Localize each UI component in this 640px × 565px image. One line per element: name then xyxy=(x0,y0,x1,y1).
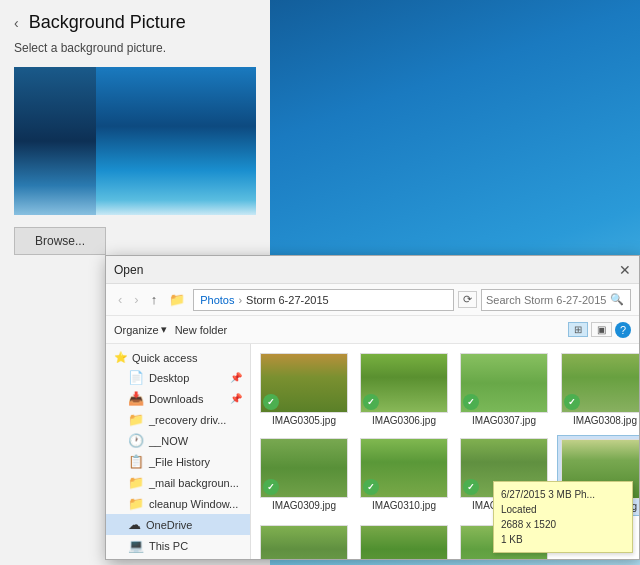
info-location: Located xyxy=(501,502,625,517)
sidebar-onedrive-label: OneDrive xyxy=(146,519,192,531)
thumb-container: ✓ xyxy=(460,353,548,413)
file-grid: ✓IMAG0305.jpg✓IMAG0306.jpg✓IMAG0307.jpg✓… xyxy=(251,344,639,559)
check-badge: ✓ xyxy=(263,394,279,410)
file-item[interactable]: ✓IMAG0307.jpg xyxy=(457,350,551,429)
thumbnail xyxy=(360,525,448,559)
sidebar-item-mail[interactable]: 📁 _mail backgroun... xyxy=(106,472,250,493)
file-name: IMAG0307.jpg xyxy=(472,415,536,426)
breadcrumb-current: Storm 6-27-2015 xyxy=(246,294,329,306)
file-name: IMAG0305.jpg xyxy=(272,415,336,426)
check-badge: ✓ xyxy=(564,394,580,410)
sidebar: ⭐ Quick access 📄 Desktop 📌 📥 Downloads 📌… xyxy=(106,344,251,559)
search-icon: 🔍 xyxy=(610,293,624,306)
pin-icon-downloads: 📌 xyxy=(230,393,242,404)
sidebar-file-history-label: _File History xyxy=(149,456,210,468)
mail-icon: 📁 xyxy=(128,475,144,490)
check-badge: ✓ xyxy=(363,479,379,495)
pin-icon: 📌 xyxy=(230,372,242,383)
search-bar[interactable]: 🔍 xyxy=(481,289,631,311)
panel-title: Background Picture xyxy=(29,12,186,33)
sidebar-item-now[interactable]: 🕐 __NOW xyxy=(106,430,250,451)
file-item[interactable]: ✓IMAG0314.jpg xyxy=(357,522,451,559)
secondary-toolbar: Organize ▾ New folder ⊞ ▣ ? xyxy=(106,316,639,344)
info-filesize: 1 KB xyxy=(501,532,625,547)
close-button[interactable]: ✕ xyxy=(619,263,631,277)
check-badge: ✓ xyxy=(463,479,479,495)
quick-access-header[interactable]: ⭐ Quick access xyxy=(106,348,250,367)
breadcrumb-bar[interactable]: Photos › Storm 6-27-2015 xyxy=(193,289,454,311)
view-buttons: ⊞ ▣ ? xyxy=(568,322,631,338)
help-button[interactable]: ? xyxy=(615,322,631,338)
back-button[interactable]: ‹ xyxy=(14,15,19,31)
file-name: IMAG0306.jpg xyxy=(372,415,436,426)
file-item[interactable]: ✓IMAG0308.jpg xyxy=(557,350,639,429)
open-dialog: Open ✕ ‹ › ↑ 📁 Photos › Storm 6-27-2015 … xyxy=(105,255,640,560)
thumb-container: ✓ xyxy=(260,353,348,413)
thispc-icon: 💻 xyxy=(128,538,144,553)
sidebar-item-file-history[interactable]: 📋 _File History xyxy=(106,451,250,472)
forward-nav-button[interactable]: › xyxy=(130,290,142,309)
sidebar-downloads-label: Downloads xyxy=(149,393,203,405)
sidebar-thispc-label: This PC xyxy=(149,540,188,552)
up-nav-button[interactable]: ↑ xyxy=(147,290,162,309)
file-name: IMAG0308.jpg xyxy=(573,415,637,426)
breadcrumb-root[interactable]: Photos xyxy=(200,294,234,306)
organize-label: Organize xyxy=(114,324,159,336)
thumb-container: ✓ xyxy=(260,438,348,498)
info-date: 6/27/2015 3 MB Ph... xyxy=(501,487,625,502)
sidebar-item-cleanup[interactable]: 📁 cleanup Window... xyxy=(106,493,250,514)
dialog-titlebar: Open ✕ xyxy=(106,256,639,284)
breadcrumb-separator: › xyxy=(238,294,242,306)
new-folder-button[interactable]: New folder xyxy=(175,324,228,336)
refresh-button[interactable]: ⟳ xyxy=(458,291,477,308)
downloads-icon: 📥 xyxy=(128,391,144,406)
check-badge: ✓ xyxy=(363,394,379,410)
browse-button[interactable]: Browse... xyxy=(14,227,106,255)
organize-button[interactable]: Organize ▾ xyxy=(114,323,167,336)
sidebar-now-label: __NOW xyxy=(149,435,188,447)
sidebar-item-recovery[interactable]: 📁 _recovery driv... xyxy=(106,409,250,430)
nav-toolbar: ‹ › ↑ 📁 Photos › Storm 6-27-2015 ⟳ 🔍 xyxy=(106,284,639,316)
onedrive-icon: ☁ xyxy=(128,517,141,532)
desktop-icon: 📄 xyxy=(128,370,144,385)
sidebar-item-desktop[interactable]: 📄 Desktop 📌 xyxy=(106,367,250,388)
recovery-icon: 📁 xyxy=(128,412,144,427)
file-info-box: 6/27/2015 3 MB Ph... Located 2688 x 1520… xyxy=(493,481,633,553)
thumbnail xyxy=(260,525,348,559)
file-item[interactable]: ✓IMAG0305.jpg xyxy=(257,350,351,429)
sidebar-cleanup-label: cleanup Window... xyxy=(149,498,238,510)
info-dimensions: 2688 x 1520 xyxy=(501,517,625,532)
grid-view-button[interactable]: ⊞ xyxy=(568,322,588,337)
back-nav-button[interactable]: ‹ xyxy=(114,290,126,309)
file-history-icon: 📋 xyxy=(128,454,144,469)
thumb-container: ✓ xyxy=(561,353,639,413)
pane-view-button[interactable]: ▣ xyxy=(591,322,612,337)
sidebar-item-onedrive[interactable]: ☁ OneDrive xyxy=(106,514,250,535)
bg-preview-left xyxy=(14,67,99,215)
file-item[interactable]: ✓IMAG0310.jpg xyxy=(357,435,451,516)
bg-preview xyxy=(14,67,256,215)
sidebar-item-thispc[interactable]: 💻 This PC xyxy=(106,535,250,556)
check-badge: ✓ xyxy=(463,394,479,410)
now-icon: 🕐 xyxy=(128,433,144,448)
dialog-title: Open xyxy=(114,263,143,277)
thumb-container: ✓ xyxy=(360,353,448,413)
search-input[interactable] xyxy=(486,294,606,306)
quick-access-label: Quick access xyxy=(132,352,197,364)
bg-preview-right xyxy=(96,67,256,215)
sidebar-item-downloads[interactable]: 📥 Downloads 📌 xyxy=(106,388,250,409)
bg-panel-header: ‹ Background Picture xyxy=(0,0,270,41)
file-name: IMAG0310.jpg xyxy=(372,500,436,511)
panel-subtitle: Select a background picture. xyxy=(0,41,270,67)
sidebar-desktop-label: Desktop xyxy=(149,372,189,384)
sidebar-recovery-label: _recovery driv... xyxy=(149,414,226,426)
sidebar-mail-label: _mail backgroun... xyxy=(149,477,239,489)
file-item[interactable]: ✓IMAG0306.jpg xyxy=(357,350,451,429)
thumb-container: ✓ xyxy=(360,525,448,559)
quick-access-icon: ⭐ xyxy=(114,351,128,364)
file-item[interactable]: ✓IMAG0309.jpg xyxy=(257,435,351,516)
cleanup-icon: 📁 xyxy=(128,496,144,511)
thumb-container: ✓ xyxy=(360,438,448,498)
thumb-container: ✓ xyxy=(260,525,348,559)
file-item[interactable]: ✓IMAG0313.jpg xyxy=(257,522,351,559)
